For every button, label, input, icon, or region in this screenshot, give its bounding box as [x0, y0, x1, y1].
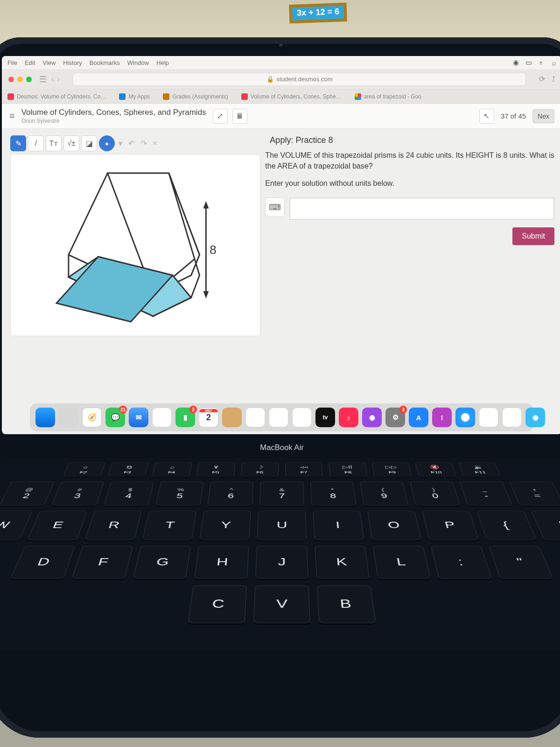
key[interactable]: ⧉F3: [107, 462, 149, 477]
key[interactable]: B: [317, 585, 376, 623]
appletv-icon[interactable]: tv: [315, 408, 335, 427]
menu-window[interactable]: Window: [127, 59, 149, 66]
zoom-icon[interactable]: [26, 77, 32, 82]
freeform-icon[interactable]: 〰: [292, 408, 312, 427]
key[interactable]: J: [255, 546, 308, 579]
key[interactable]: ◃◃F7: [285, 462, 323, 477]
sidebar-toggle-icon[interactable]: ☰: [39, 74, 47, 85]
music-icon[interactable]: ♪: [339, 408, 358, 427]
menu-view[interactable]: View: [42, 59, 56, 66]
address-bar[interactable]: 🔒 student.desmos.com: [73, 73, 526, 86]
key[interactable]: %5: [155, 481, 204, 506]
key[interactable]: T: [142, 511, 196, 540]
messages-icon[interactable]: 💬21: [105, 408, 125, 427]
minimize-icon[interactable]: [17, 77, 23, 82]
contacts-icon[interactable]: [222, 408, 242, 427]
key[interactable]: _-: [459, 481, 512, 506]
key[interactable]: )0: [410, 481, 461, 506]
menu-history[interactable]: History: [63, 59, 82, 66]
figure-canvas[interactable]: 8: [10, 154, 260, 336]
tab-volume[interactable]: Volume of Cylinders, Cones, Sphe…: [241, 93, 342, 100]
key[interactable]: V: [253, 585, 310, 623]
key[interactable]: P: [422, 511, 479, 540]
key[interactable]: Y: [200, 511, 251, 540]
key[interactable]: &7: [259, 481, 304, 506]
key[interactable]: G: [133, 546, 191, 579]
wifi-icon[interactable]: ᯤ: [539, 59, 546, 67]
key[interactable]: +=: [509, 481, 560, 506]
key[interactable]: ☽F6: [241, 462, 279, 477]
menu-edit[interactable]: Edit: [25, 59, 35, 66]
tab-grades[interactable]: Grades (Assignments): [163, 93, 228, 100]
redo-button[interactable]: ↷: [140, 139, 147, 148]
key[interactable]: 🔉F11: [458, 462, 501, 477]
key[interactable]: E: [27, 511, 87, 540]
calendar-icon[interactable]: MAY2: [199, 408, 218, 427]
back-button[interactable]: ‹: [51, 74, 54, 84]
window-controls[interactable]: [8, 77, 32, 82]
key[interactable]: O: [367, 511, 421, 540]
key[interactable]: ☼F2: [63, 462, 106, 477]
chevron-down-icon[interactable]: ▾: [119, 139, 123, 148]
key[interactable]: ": [489, 546, 553, 579]
screenshot-icon[interactable]: ◉: [525, 408, 545, 427]
record-icon[interactable]: ◉: [513, 58, 519, 67]
photos-icon[interactable]: ✿: [152, 408, 172, 427]
chrome-icon[interactable]: [455, 408, 475, 427]
mail-icon[interactable]: ✉︎: [129, 408, 148, 427]
key[interactable]: *8: [310, 481, 357, 506]
settings-icon[interactable]: ⚙3: [385, 408, 405, 427]
key[interactable]: I: [313, 511, 364, 540]
key[interactable]: D: [10, 546, 75, 579]
tab-my-apps[interactable]: My Apps: [119, 93, 150, 100]
appstore-icon[interactable]: A: [409, 408, 428, 427]
eraser-tool[interactable]: ◪: [81, 135, 97, 151]
key[interactable]: #3: [51, 481, 105, 506]
undo-button[interactable]: ↶: [128, 139, 135, 148]
key[interactable]: U: [257, 511, 307, 540]
reload-icon[interactable]: ⟳: [539, 75, 545, 84]
key[interactable]: C: [188, 585, 247, 623]
key[interactable]: {: [476, 511, 537, 540]
menu-help[interactable]: Help: [156, 59, 169, 66]
key[interactable]: @2: [0, 481, 55, 506]
key[interactable]: H: [194, 546, 249, 579]
podcasts-icon[interactable]: ◉: [362, 408, 382, 427]
tab-desmos[interactable]: Desmos: Volume of Cylinders, Co…: [7, 93, 106, 100]
submit-button[interactable]: Submit: [512, 227, 554, 245]
key[interactable]: K: [315, 546, 370, 579]
key[interactable]: [: [531, 511, 560, 540]
key[interactable]: (9: [360, 481, 408, 506]
share-icon[interactable]: ⤴: [552, 75, 555, 84]
next-button[interactable]: Nex: [532, 109, 554, 123]
safari-icon[interactable]: 🧭: [82, 408, 102, 427]
menu-bookmarks[interactable]: Bookmarks: [90, 59, 120, 66]
calculator-icon[interactable]: 🖩: [232, 109, 247, 124]
notes-icon[interactable]: [269, 408, 288, 427]
app-icon[interactable]: [502, 408, 522, 427]
expand-icon[interactable]: ⤢: [213, 109, 228, 124]
key[interactable]: ▷IIF8: [329, 462, 368, 477]
key[interactable]: ▷▷F9: [371, 462, 412, 477]
forward-button[interactable]: ›: [57, 74, 60, 84]
pen-tool[interactable]: ✎: [10, 135, 26, 151]
keypad-button[interactable]: ⌨: [265, 197, 285, 217]
facetime-icon[interactable]: ▮3: [175, 408, 195, 427]
search-icon[interactable]: ⌕: [552, 59, 556, 67]
key[interactable]: 🎙︎F5: [196, 462, 236, 477]
text-tool[interactable]: Tᴛ: [46, 135, 62, 151]
key[interactable]: ⌕F4: [152, 462, 192, 477]
feedback-icon[interactable]: !: [432, 408, 452, 427]
key[interactable]: W: [0, 511, 33, 540]
battery-icon[interactable]: ▭: [525, 58, 532, 67]
key[interactable]: ^6: [207, 481, 253, 506]
reminders-icon[interactable]: [245, 408, 265, 427]
key[interactable]: L: [373, 546, 431, 579]
key[interactable]: R: [84, 511, 142, 540]
tab-google[interactable]: area of trapezoid - Goo: [355, 93, 421, 100]
menu-icon[interactable]: ≡: [9, 111, 15, 121]
launchpad-icon[interactable]: [59, 408, 78, 427]
key[interactable]: F: [71, 546, 133, 579]
finder-icon[interactable]: [35, 408, 55, 427]
line-tool[interactable]: /: [28, 135, 44, 151]
